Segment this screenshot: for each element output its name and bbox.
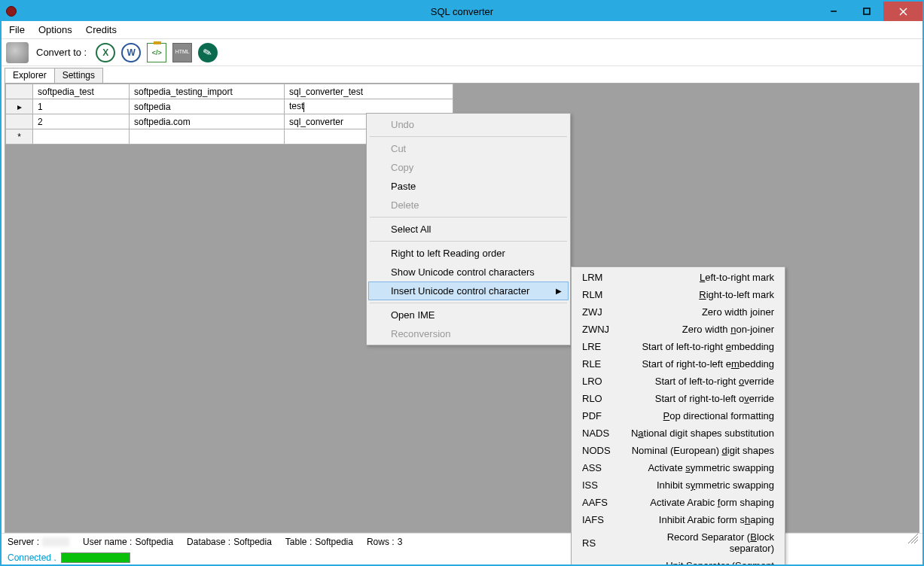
submenu-desc: Inhibit Arabic form shaping (620, 514, 774, 525)
submenu-item[interactable]: AAFSActivate Arabic form shaping (573, 494, 783, 511)
status-rows-label: Rows : (367, 537, 395, 547)
submenu-desc: Start of left-to-right embedding (620, 341, 774, 352)
word-icon[interactable] (121, 43, 141, 62)
ctx-undo[interactable]: Undo (368, 115, 569, 134)
submenu-code: ZWJ (582, 306, 620, 318)
maximize-button[interactable] (850, 2, 883, 21)
context-menu: Undo Cut Copy Paste Delete Select All Ri… (366, 113, 571, 345)
menubar: File Options Credits (2, 21, 922, 39)
submenu-item[interactable]: PDFPop directional formatting (573, 407, 783, 424)
submenu-desc: Inhibit symmetric swapping (620, 479, 774, 491)
ctx-cut[interactable]: Cut (368, 139, 569, 158)
submenu-item[interactable]: LREStart of left-to-right embedding (573, 338, 783, 355)
cell[interactable]: softpedia.com (130, 114, 285, 129)
titlebar: SQL converter (2, 2, 922, 21)
status-server-label: Server : (8, 537, 39, 547)
html-icon[interactable] (172, 43, 192, 62)
submenu-code: PDF (582, 410, 620, 421)
excel-icon[interactable] (96, 43, 115, 62)
submenu-item[interactable]: RSRecord Separator (Block separator) (573, 528, 783, 557)
submenu-item[interactable]: ASSActivate symmetric swapping (573, 459, 783, 476)
menu-credits[interactable]: Credits (86, 24, 117, 35)
app-logo-icon (6, 42, 29, 63)
submenu-desc: Start of left-to-right override (620, 376, 774, 387)
tab-explorer[interactable]: Explorer (5, 68, 55, 83)
xml-icon[interactable] (147, 43, 166, 62)
submenu-item[interactable]: ISSInhibit symmetric swapping (573, 476, 783, 494)
table-row[interactable]: ▸ 1 softpedia test (6, 99, 453, 114)
separator (370, 303, 567, 303)
status-rows-value: 3 (398, 537, 403, 547)
submenu-item[interactable]: RLMRight-to-left mark (573, 286, 783, 303)
status-table-label: Table : (285, 537, 312, 547)
ctx-delete[interactable]: Delete (368, 196, 569, 215)
cell[interactable]: 2 (33, 114, 130, 129)
cell[interactable] (130, 129, 285, 145)
submenu-item[interactable]: LRMLeft-to-right mark (573, 269, 783, 286)
submenu-desc: Right-to-left mark (620, 289, 774, 300)
ctx-rtl[interactable]: Right to left Reading order (368, 244, 569, 263)
submenu-desc: Zero width joiner (620, 306, 774, 318)
ctx-insert-ucc[interactable]: Insert Unicode control character ▶ (368, 281, 569, 300)
submenu-item[interactable]: ZWNJZero width non-joiner (573, 321, 783, 338)
window-controls (817, 2, 922, 21)
svg-rect-1 (864, 8, 870, 14)
column-header[interactable]: softpedia_test (33, 84, 130, 99)
ctx-reconversion[interactable]: Reconversion (368, 324, 569, 343)
submenu-desc: Left-to-right mark (620, 272, 774, 283)
status-table-value: Softpedia (315, 537, 353, 547)
ctx-open-ime[interactable]: Open IME (368, 306, 569, 324)
menu-file[interactable]: File (9, 24, 25, 35)
separator (370, 136, 567, 137)
separator (370, 217, 567, 218)
status-connected: Connected . (8, 552, 56, 563)
new-row-indicator[interactable]: * (6, 129, 33, 145)
close-button[interactable] (883, 2, 922, 21)
submenu-desc: Start of right-to-left embedding (620, 358, 774, 370)
submenu-desc: Activate Arabic form shaping (620, 497, 774, 508)
ctx-paste[interactable]: Paste (368, 177, 569, 196)
submenu-code: ZWNJ (582, 324, 620, 335)
window-title: SQL converter (431, 6, 493, 17)
ctx-copy[interactable]: Copy (368, 158, 569, 177)
submenu-code: RLE (582, 358, 620, 370)
resize-grip-icon[interactable] (907, 533, 918, 543)
column-header[interactable]: sql_converter_test (285, 84, 453, 99)
submenu-code: LRO (582, 376, 620, 387)
status-user-value: Softpedia (135, 537, 173, 547)
toolbar: Convert to : (2, 39, 922, 66)
submenu-item[interactable]: RLOStart of right-to-left override (573, 390, 783, 407)
submenu-code: RS (582, 537, 620, 549)
status-db-label: Database : (187, 537, 230, 547)
cell[interactable]: 1 (33, 99, 130, 114)
submenu-code: AAFS (582, 497, 620, 508)
status-server-value (42, 537, 69, 546)
submenu-item[interactable]: NODSNominal (European) digit shapes (573, 442, 783, 459)
separator (370, 241, 567, 242)
submenu-item[interactable]: RLEStart of right-to-left embedding (573, 355, 783, 373)
cell[interactable]: softpedia (130, 99, 285, 114)
submenu-item[interactable]: NADSNational digit shapes substitution (573, 424, 783, 442)
submenu-item[interactable]: LROStart of left-to-right override (573, 373, 783, 390)
tab-settings[interactable]: Settings (54, 68, 103, 83)
submenu-code: RLO (582, 393, 620, 404)
tabs: Explorer Settings (2, 66, 922, 83)
menu-options[interactable]: Options (38, 24, 72, 35)
submenu-desc: Nominal (European) digit shapes (620, 445, 774, 456)
column-header[interactable]: softpedia_testing_import (130, 84, 285, 99)
csv-icon[interactable] (198, 43, 218, 62)
minimize-button[interactable] (817, 2, 850, 21)
ctx-select-all[interactable]: Select All (368, 220, 569, 239)
status-db-value: Softpedia (233, 537, 272, 547)
row-indicator[interactable] (6, 114, 33, 129)
convert-to-label: Convert to : (36, 47, 87, 58)
submenu-desc: Activate symmetric swapping (620, 462, 774, 473)
grid-corner[interactable] (6, 84, 33, 99)
submenu-item[interactable]: ZWJZero width joiner (573, 303, 783, 321)
submenu-item[interactable]: IAFSInhibit Arabic form shaping (573, 511, 783, 528)
cell[interactable] (33, 129, 130, 145)
progress-bar (61, 552, 130, 563)
row-indicator[interactable]: ▸ (6, 99, 33, 114)
cell-editing[interactable]: test (285, 99, 453, 114)
ctx-show-ucc[interactable]: Show Unicode control characters (368, 263, 569, 281)
